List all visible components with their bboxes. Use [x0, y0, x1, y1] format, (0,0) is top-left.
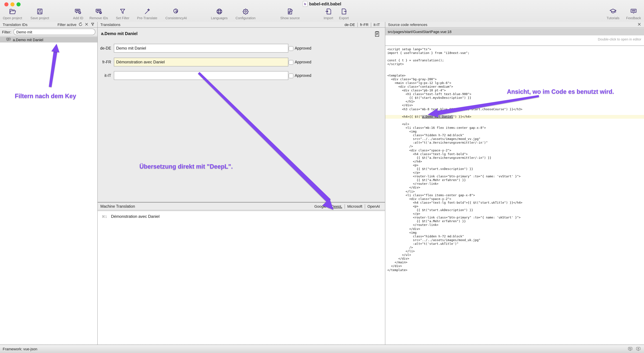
main-area: Translation IDs Filter active Filter: a.…	[0, 22, 644, 344]
code-line: </div>	[387, 104, 644, 107]
export-icon	[340, 7, 348, 16]
set-filter-button[interactable]: Set Filter	[116, 7, 129, 20]
close-panel-icon[interactable]	[637, 22, 641, 27]
approved-checkbox-de[interactable]	[289, 46, 293, 51]
code-line: <router-link class="btn-primary" :to="{ …	[387, 216, 644, 219]
mt-suggestion-row[interactable]: ⌘1 Démonstration avec Daniel	[102, 214, 160, 219]
brain-check-icon	[172, 7, 180, 16]
code-line	[387, 119, 644, 122]
translation-id-list-item[interactable]: a.Demo mit Daniel	[0, 37, 97, 43]
code-line: <div class="space-y-2">	[387, 197, 644, 201]
annotation-filter-key: Filtern nach dem Key	[15, 93, 76, 100]
traffic-minimize-button[interactable]	[10, 2, 14, 7]
code-line: <p>	[387, 164, 644, 167]
locale-button-fr[interactable]: fr-FR	[357, 23, 371, 27]
code-line: {{ $t("a.Versicherungsvermittler/-in") }…	[387, 156, 644, 160]
framework-status: Framework: vue-json	[3, 345, 37, 353]
approved-checkbox-it[interactable]	[289, 74, 293, 78]
code-line: class="hidden h-72 md:block"	[387, 234, 644, 238]
bubble-plus-icon	[74, 7, 82, 16]
provider-button-deepl[interactable]: DeepL	[328, 204, 344, 209]
code-line: {{ $t("a.Mehr erfahren") }}	[387, 220, 644, 223]
import-button[interactable]: Import	[324, 7, 333, 20]
code-line: <img	[387, 231, 644, 234]
code-line: {{ $t("start.vvDescription") }}	[387, 167, 644, 171]
consistency-ai-button[interactable]: ConsistencyAI	[166, 7, 187, 20]
tutorials-button[interactable]: Tutorials	[606, 7, 620, 20]
filter-active-badge: Filter active	[58, 23, 77, 27]
code-line: <script setup lang="ts">	[387, 48, 644, 51]
traffic-close-button[interactable]	[4, 2, 8, 7]
provider-button-google[interactable]: Google	[312, 204, 328, 209]
translation-ids-header: Translation IDs Filter active	[0, 22, 97, 28]
code-line: src="../../assets/images/mood_vv.jpg"	[387, 137, 644, 141]
translation-ids-panel: Translation IDs Filter active Filter: a.…	[0, 22, 98, 344]
translation-input-fr[interactable]	[114, 58, 288, 66]
titlebar: b babel-edit.babel Open project Save pro…	[0, 0, 644, 22]
code-line: :alt="t('a.Versicherungsvermittler/-in')…	[387, 141, 644, 145]
code-line: <h4 class="text-lg font-bold">	[387, 152, 644, 156]
show-source-button[interactable]: Show source	[280, 7, 300, 20]
code-line: <router-link class="btn-primary" :to="{ …	[387, 175, 644, 178]
translation-id-label: a.Demo mit Daniel	[13, 38, 43, 42]
locale-button-it[interactable]: it-IT	[371, 23, 382, 27]
code-line: </div>	[387, 186, 644, 190]
add-id-button[interactable]: Add ID	[73, 7, 83, 20]
code-line: <h3 class="mb-8 text-blue-900">{{ $t("st…	[387, 107, 644, 111]
code-line	[387, 111, 644, 115]
translation-input-it[interactable]	[114, 71, 288, 80]
locale-button-de[interactable]: de-DE	[342, 23, 357, 27]
filter-funnel-icon[interactable]	[90, 22, 95, 27]
annotation-deepl: Übersetzung direkt mit "DeepL".	[140, 163, 233, 170]
release-notes-icon[interactable]	[628, 346, 632, 353]
highlighted-translation-key: a.Demo mit Daniel	[422, 115, 453, 118]
bubble-minus-icon	[95, 7, 102, 16]
code-line: <template>	[387, 74, 644, 77]
panel-title: Source code references	[388, 23, 637, 27]
machine-translation-header: Machine Translation Google DeepL Microso…	[98, 202, 385, 210]
open-project-button[interactable]: Open project	[3, 7, 22, 20]
code-line: class="hidden h-72 md:block"	[387, 134, 644, 137]
traffic-zoom-button[interactable]	[16, 2, 20, 7]
source-reference-item[interactable]: src/pages/start/GuestStartPage.vue:18	[385, 28, 644, 36]
provider-button-microsoft[interactable]: Microsoft	[344, 204, 364, 209]
rate-app-icon[interactable]	[636, 346, 641, 353]
panel-title: Translation IDs	[3, 23, 58, 27]
annotation-code-usage: Ansicht, wo im Code es benutzt wird.	[507, 88, 614, 95]
code-line: </template>	[387, 268, 644, 272]
graduation-cap-icon	[609, 7, 617, 16]
save-project-button[interactable]: Save project	[30, 7, 49, 20]
code-line: </li>	[387, 249, 644, 253]
translation-row-de: de-DE Approved	[98, 44, 385, 53]
translation-input-de[interactable]	[114, 44, 288, 53]
translation-row-fr: fr-FR Approved	[98, 58, 385, 66]
folder-icon	[9, 7, 16, 16]
code-line: <div class="container-medium">	[387, 85, 644, 89]
machine-translation-body: ⌘1 Démonstration avec Daniel	[98, 211, 385, 344]
shortcut-badge: ⌘1	[102, 215, 107, 218]
filter-row: Filter:	[0, 28, 97, 37]
feedback-bubble-icon	[630, 7, 637, 16]
code-line: </script>	[387, 63, 644, 66]
pre-translate-button[interactable]: Pre-Translate	[137, 7, 157, 20]
approved-checkbox-fr[interactable]	[289, 60, 293, 65]
magic-wand-icon	[144, 7, 151, 16]
code-line: </div>	[387, 227, 644, 231]
languages-button[interactable]: Languages	[211, 7, 228, 20]
filter-input[interactable]	[13, 29, 95, 35]
feedback-button[interactable]: Feedback	[626, 7, 641, 20]
notes-icon[interactable]	[374, 31, 380, 39]
code-line: </div>	[387, 257, 644, 261]
provider-button-openai[interactable]: OpenAI	[364, 204, 382, 209]
clear-filter-icon[interactable]	[84, 22, 88, 27]
remove-ids-button[interactable]: Remove IDs	[90, 7, 108, 20]
code-line: </p>	[387, 171, 644, 175]
code-line: </main>	[387, 261, 644, 264]
configuration-button[interactable]: Configuration	[236, 7, 256, 20]
code-line: </ul>	[387, 253, 644, 257]
funnel-icon	[119, 7, 126, 16]
refresh-icon[interactable]	[78, 22, 82, 27]
export-button[interactable]: Export	[339, 7, 349, 20]
code-line: />	[387, 246, 644, 249]
approved-label: Approved	[295, 71, 311, 80]
